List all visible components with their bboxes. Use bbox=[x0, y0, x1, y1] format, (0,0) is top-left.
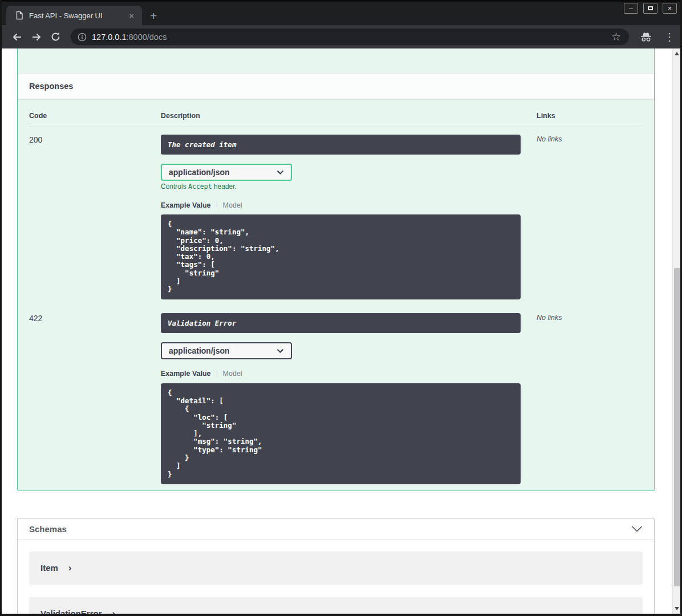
url-host: 127.0.0.1 bbox=[92, 33, 126, 42]
tab-separator bbox=[217, 201, 217, 209]
media-type-value: application/json bbox=[169, 346, 230, 355]
opblock-spacer bbox=[18, 48, 654, 73]
responses-table: Code Description Links 200 The created i… bbox=[18, 99, 654, 491]
close-icon: × bbox=[668, 5, 672, 12]
example-json-200: { "name": "string", "price": 0, "descrip… bbox=[161, 214, 521, 299]
media-type-select[interactable]: application/json bbox=[161, 342, 292, 359]
response-code: 422 bbox=[29, 313, 161, 484]
tab-example-value[interactable]: Example Value bbox=[161, 201, 211, 209]
page-content: Responses Code Description Links 200 The… bbox=[2, 48, 680, 614]
minimize-button[interactable]: – bbox=[624, 3, 638, 14]
tab-title: Fast API - Swagger UI bbox=[29, 11, 127, 20]
back-button[interactable] bbox=[11, 31, 23, 43]
browser-toolbar: 127.0.0.1:8000/docs ☆ ⋮ bbox=[2, 25, 680, 48]
incognito-icon bbox=[640, 32, 652, 42]
scrollbar-thumb[interactable] bbox=[674, 268, 680, 586]
responses-title: Responses bbox=[29, 82, 73, 91]
chevron-down-icon bbox=[631, 526, 643, 532]
window-controls: – × bbox=[624, 3, 677, 14]
chevron-down-icon bbox=[277, 348, 284, 353]
tab-model[interactable]: Model bbox=[223, 201, 242, 209]
browser-window: Fast API - Swagger UI × + – × bbox=[0, 0, 682, 616]
page-icon bbox=[15, 11, 23, 20]
schemas-title: Schemas bbox=[29, 524, 67, 534]
tab-close-icon[interactable]: × bbox=[127, 11, 136, 21]
scroll-up-arrow-icon[interactable] bbox=[675, 52, 679, 55]
forward-button[interactable] bbox=[31, 31, 42, 43]
col-header-links: Links bbox=[537, 112, 643, 120]
schema-name: ValidationError bbox=[40, 609, 102, 614]
browser-menu-icon[interactable]: ⋮ bbox=[664, 32, 675, 42]
col-header-code: Code bbox=[29, 112, 161, 120]
media-type-value: application/json bbox=[169, 168, 230, 177]
response-description-text: Validation Error bbox=[168, 319, 236, 327]
example-json-422: { "detail": [ { "loc": [ "string" ], "ms… bbox=[161, 383, 521, 484]
response-row-422: 422 Validation Error application/json bbox=[29, 306, 643, 491]
response-links: No links bbox=[537, 135, 643, 299]
media-type-select[interactable]: application/json bbox=[161, 164, 292, 181]
tab-separator bbox=[217, 370, 217, 378]
response-links: No links bbox=[537, 313, 643, 484]
response-description-cell: The created item application/json Contro… bbox=[161, 135, 521, 299]
site-info-icon[interactable] bbox=[78, 33, 87, 42]
schemas-header[interactable]: Schemas bbox=[18, 518, 654, 540]
tab-model[interactable]: Model bbox=[223, 370, 242, 378]
schemas-section: Schemas Item › ValidationError › bbox=[17, 518, 655, 614]
page-scrollbar[interactable] bbox=[672, 48, 680, 614]
col-header-description: Description bbox=[161, 112, 521, 120]
response-code: 200 bbox=[29, 135, 161, 299]
post-opblock: Responses Code Description Links 200 The… bbox=[17, 48, 655, 491]
hint-suffix: header. bbox=[212, 183, 237, 191]
example-model-tabs: Example Value Model bbox=[161, 370, 521, 378]
hint-prefix: Controls bbox=[161, 183, 188, 191]
new-tab-button[interactable]: + bbox=[150, 10, 157, 22]
tab-example-value[interactable]: Example Value bbox=[161, 370, 211, 378]
responses-table-header: Code Description Links bbox=[29, 112, 643, 127]
chevron-right-icon: › bbox=[68, 563, 72, 573]
accept-header-hint: Controls Accept header. bbox=[161, 183, 521, 191]
bookmark-star-icon[interactable]: ☆ bbox=[609, 31, 623, 42]
response-description-text: The created item bbox=[168, 140, 236, 149]
example-model-tabs: Example Value Model bbox=[161, 201, 521, 209]
maximize-icon bbox=[648, 6, 653, 10]
tab-strip: Fast API - Swagger UI × + – × bbox=[2, 0, 680, 25]
chevron-down-icon bbox=[277, 170, 284, 175]
response-description: Validation Error bbox=[161, 313, 521, 333]
reload-button[interactable] bbox=[50, 31, 61, 42]
response-row-200: 200 The created item application/json bbox=[29, 127, 643, 306]
response-description-cell: Validation Error application/json Exampl… bbox=[161, 313, 521, 484]
responses-section-header: Responses bbox=[18, 73, 654, 99]
response-description: The created item bbox=[161, 135, 521, 155]
chevron-right-icon: › bbox=[112, 609, 116, 614]
schema-validationerror-row[interactable]: ValidationError › bbox=[29, 597, 643, 614]
close-button[interactable]: × bbox=[663, 3, 677, 14]
browser-tab[interactable]: Fast API - Swagger UI × bbox=[6, 6, 142, 25]
maximize-button[interactable] bbox=[643, 3, 657, 14]
minimize-icon: – bbox=[629, 5, 633, 12]
url-bar[interactable]: 127.0.0.1:8000/docs ☆ bbox=[71, 29, 629, 45]
schema-name: Item bbox=[40, 563, 58, 573]
url-text: 127.0.0.1:8000/docs bbox=[92, 33, 609, 42]
url-path: :8000/docs bbox=[126, 33, 167, 42]
scroll-down-arrow-icon[interactable] bbox=[675, 607, 679, 610]
schema-item-row[interactable]: Item › bbox=[29, 552, 643, 585]
hint-code: Accept bbox=[188, 183, 212, 191]
schemas-body: Item › ValidationError › bbox=[18, 540, 654, 614]
